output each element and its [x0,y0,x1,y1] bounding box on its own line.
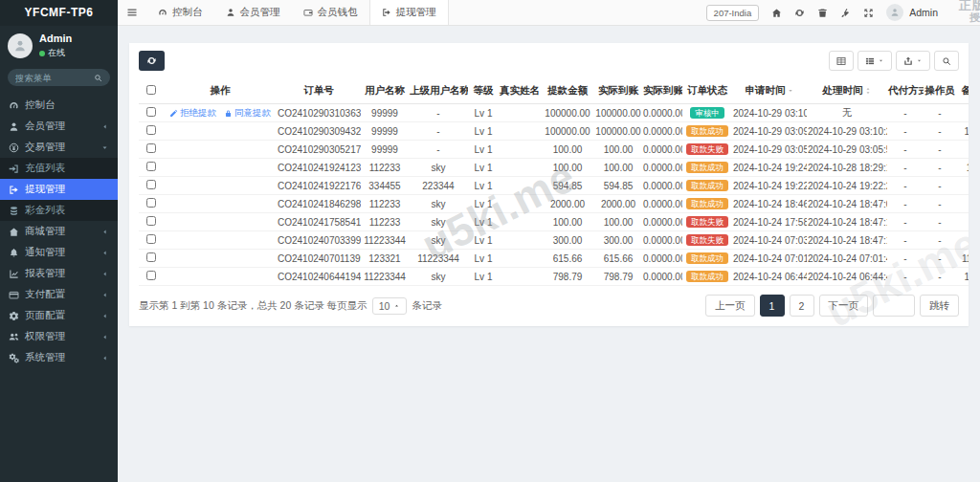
cell-check [139,268,164,286]
cell-parent: - [409,104,468,122]
approve-withdraw-link[interactable]: 同意提款 [224,107,271,120]
cell-apply_time: 2024-10-24 19:22:17 [732,177,807,195]
export-button[interactable] [896,51,930,71]
cell-parent: 223344 [409,177,468,195]
language-button[interactable]: 207-India [706,5,760,21]
cell-user: 99999 [361,122,409,141]
cell-actual2: 0.0000.000 [642,177,682,195]
sidebar-item-notice[interactable]: 通知管理 [0,242,118,263]
columns-button[interactable] [858,51,892,71]
sidebar-item-auth[interactable]: 权限管理 [0,326,118,347]
refresh-button[interactable] [139,51,165,71]
home-icon[interactable] [771,8,782,18]
chevron-left-icon [100,333,109,341]
avatar [886,4,903,21]
coins-icon [9,206,19,216]
cell-user: 112233 [361,213,409,231]
cell-status: 取款成功 [682,122,732,141]
cell-order_no: CO2410241758541413 [277,213,361,231]
columns-icon [865,56,875,66]
user-menu[interactable]: Admin [886,4,938,21]
row-checkbox[interactable] [146,252,156,262]
cell-check [139,250,164,268]
sidebar-item-recharge[interactable]: 充值列表 [0,158,118,179]
pager: 上一页 1 2 下一页 跳转 [705,295,959,317]
refresh-icon[interactable] [794,8,805,18]
search-toggle-button[interactable] [934,51,959,71]
status-badge: 取款成功 [686,198,728,210]
jump-page-input[interactable] [873,295,915,317]
dashboard-icon [158,8,167,17]
cell-operator: - [924,159,956,177]
sidebar-item-payment[interactable]: 支付配置 [0,284,118,305]
page-button-1[interactable]: 1 [760,295,785,317]
cell-pay_method: - [887,122,924,141]
row-checkbox[interactable] [146,107,156,117]
sidebar-item-pageconf[interactable]: 页面配置 [0,305,118,326]
row-checkbox[interactable] [146,234,156,244]
status-badge: 审核中 [690,107,724,120]
prev-page-button[interactable]: 上一页 [705,295,755,317]
col-header-order_no: 订单号 [277,78,361,104]
search-icon[interactable] [94,74,102,82]
sidebar-item-bonus[interactable]: 彩金列表 [0,200,118,221]
cell-check [139,159,164,177]
cell-parent: sky [409,195,468,213]
online-dot-icon [39,51,45,56]
pencil-icon [169,109,178,118]
sidebar-item-members[interactable]: 会员管理 [0,116,118,137]
col-header-process_time[interactable]: 处理时间 [807,78,887,104]
sidebar-item-label: 商城管理 [25,225,65,238]
col-header-user: 用户名称 [361,78,409,104]
sidebar-toggle-button[interactable] [118,0,146,25]
next-page-button[interactable]: 下一页 [819,295,869,317]
tab-withdraw[interactable]: 提现管理 [369,0,449,25]
cell-operator: - [924,177,956,195]
sidebar-item-system[interactable]: 系统管理 [0,347,118,368]
select-all-checkbox[interactable] [146,85,156,95]
tab-console[interactable]: 控制台 [146,0,214,25]
row-checkbox[interactable] [146,198,156,208]
cell-amount: 100.00 [541,159,594,177]
row-checkbox[interactable] [146,162,156,171]
cell-remark: 1 [956,195,969,213]
cell-user: 112233 [361,159,409,177]
cell-real_name [499,195,541,213]
cell-actual2: 0.0000.000 [642,159,682,177]
cell-pay_method: - [887,141,924,159]
tab-label: 提现管理 [396,6,436,19]
row-checkbox[interactable] [146,180,156,189]
row-checkbox[interactable] [146,143,156,153]
sidebar-item-console[interactable]: 控制台 [0,95,118,116]
row-checkbox[interactable] [146,216,156,226]
chevron-left-icon [100,270,109,278]
money-icon [9,142,19,153]
pagination-bar: 显示第 1 到第 10 条记录，总共 20 条记录 每页显示 10 条记录 上一… [139,295,959,317]
search-icon [942,56,951,66]
trash-icon[interactable] [817,8,828,18]
cell-remark: - [956,141,969,159]
toggle-view-button[interactable] [829,51,854,71]
sidebar-item-withdraw[interactable]: 提现管理 [0,179,118,200]
col-header-apply_time[interactable]: 申请时间 [732,78,807,104]
sidebar-item-label: 系统管理 [25,351,65,364]
sidebar-item-trade[interactable]: 交易管理 [0,137,118,158]
jump-button[interactable]: 跳转 [920,295,959,317]
caret-down-icon [916,57,923,64]
clean-icon[interactable] [840,8,851,18]
fullscreen-icon[interactable] [863,8,874,18]
reject-withdraw-link[interactable]: 拒绝提款 [169,107,216,120]
tab-members[interactable]: 会员管理 [214,0,292,25]
sidebar-item-label: 权限管理 [25,330,65,343]
chevron-left-icon [100,291,109,299]
cell-apply_time: 2024-10-29 03:10:36 [732,104,807,122]
row-checkbox[interactable] [146,125,156,135]
page-size-dropdown[interactable]: 10 [372,297,408,315]
sidebar-item-report[interactable]: 报表管理 [0,263,118,284]
sidebar-item-mall[interactable]: 商城管理 [0,221,118,242]
tab-wallet[interactable]: 会员钱包 [292,0,369,25]
table-row: 拒绝提款同意提款CO241029031036349699999-Lv 11000… [139,104,969,122]
page-button-2[interactable]: 2 [790,295,814,317]
menu-search-input[interactable] [15,73,90,83]
row-checkbox[interactable] [146,271,156,280]
